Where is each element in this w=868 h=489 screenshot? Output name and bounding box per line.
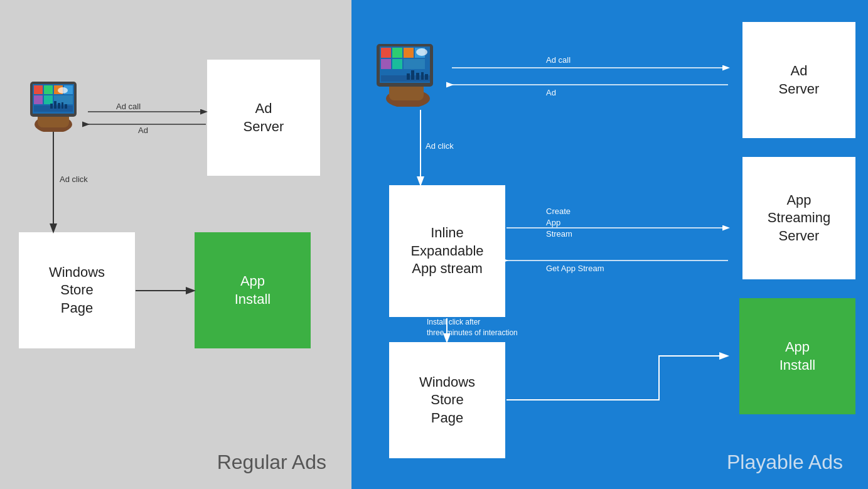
svg-rect-13 xyxy=(50,104,53,109)
ad-server-box-left: Ad Server xyxy=(207,60,320,176)
svg-rect-17 xyxy=(65,104,67,109)
ad-click-label-left: Ad click xyxy=(60,175,88,184)
right-panel: Ad Server App Streaming Server Inline Ex… xyxy=(351,0,868,489)
svg-rect-35 xyxy=(407,73,410,80)
svg-rect-28 xyxy=(404,48,414,58)
svg-point-12 xyxy=(58,87,68,94)
svg-rect-37 xyxy=(416,73,419,80)
svg-rect-38 xyxy=(421,72,424,80)
inline-expandable-box: Inline Expandable App stream xyxy=(389,185,505,317)
device-icon-left xyxy=(19,75,88,132)
svg-rect-15 xyxy=(58,103,60,109)
svg-rect-5 xyxy=(44,85,53,94)
svg-rect-16 xyxy=(62,102,63,109)
svg-point-34 xyxy=(416,48,427,56)
regular-ads-label: Regular Ads xyxy=(217,451,326,474)
svg-rect-39 xyxy=(425,74,428,80)
install-click-label: Install click after three minutes of int… xyxy=(427,317,518,338)
get-stream-label: Get App Stream xyxy=(546,264,604,273)
ad-label-left: Ad xyxy=(138,126,148,135)
app-install-box-left: App Install xyxy=(195,232,311,348)
ad-call-label-right: Ad call xyxy=(546,55,571,65)
svg-rect-26 xyxy=(381,48,391,58)
left-panel: Ad Server Windows Store Page App Install… xyxy=(0,0,351,489)
windows-store-box-right: Windows Store Page xyxy=(389,342,505,458)
svg-rect-9 xyxy=(44,95,53,104)
svg-rect-27 xyxy=(392,48,402,58)
create-stream-label: Create App Stream xyxy=(546,206,572,240)
streaming-server-box: App Streaming Server xyxy=(742,157,855,279)
svg-rect-14 xyxy=(54,101,56,109)
device-icon-right xyxy=(370,41,452,104)
ad-click-label-right: Ad click xyxy=(426,141,454,151)
svg-rect-36 xyxy=(411,70,414,80)
svg-rect-31 xyxy=(392,59,402,69)
svg-rect-30 xyxy=(381,59,391,69)
app-install-box-right: App Install xyxy=(739,298,855,414)
ad-server-box-right: Ad Server xyxy=(742,22,855,138)
svg-rect-8 xyxy=(34,95,43,104)
playable-ads-label: Playable Ads xyxy=(727,451,843,474)
ad-label-right: Ad xyxy=(546,88,556,97)
ad-call-label-left: Ad call xyxy=(116,102,141,111)
windows-store-box-left: Windows Store Page xyxy=(19,232,135,348)
svg-rect-32 xyxy=(404,59,425,69)
svg-rect-4 xyxy=(34,85,43,94)
